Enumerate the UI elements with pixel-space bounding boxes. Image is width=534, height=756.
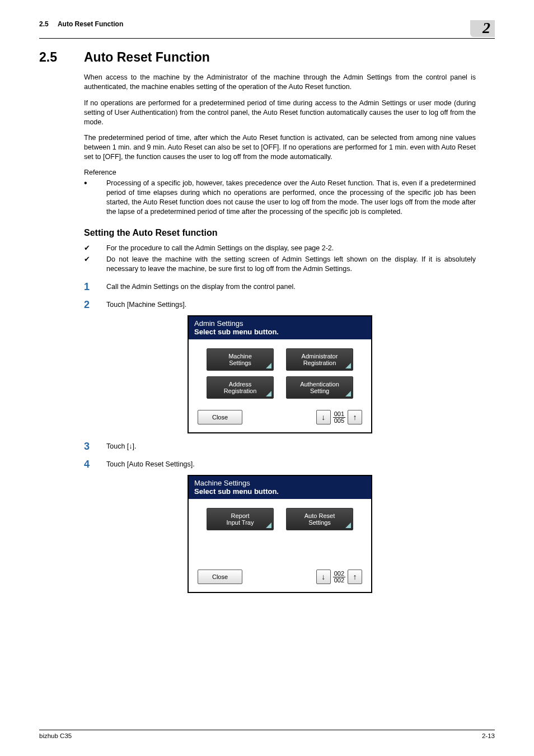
btn-line1: Address [229, 381, 251, 388]
step: 2 Touch [Machine Settings]. [84, 300, 476, 310]
step-text: Touch [Machine Settings]. [106, 300, 476, 309]
page-down-button[interactable]: ↓ [316, 570, 331, 584]
paragraph: When access to the machine by the Admini… [84, 73, 476, 92]
step-number: 3 [84, 441, 106, 451]
checklist-item: ✔ For the procedure to call the Admin Se… [84, 244, 476, 253]
screen-title: Machine Settings [194, 479, 366, 487]
pager: ↓ 001 005 ↑ [316, 410, 362, 424]
step-number: 4 [84, 459, 106, 469]
admin-settings-screen: Admin Settings Select sub menu button. M… [188, 315, 372, 433]
header-section-label: Auto Reset Function [58, 20, 123, 28]
btn-line2: Input Tray [227, 519, 254, 526]
step-number: 2 [84, 300, 106, 310]
btn-line2: Settings [229, 360, 251, 366]
footer-right: 2-13 [482, 732, 495, 739]
check-icon: ✔ [84, 255, 106, 274]
step: 3 Touch [↓]. [84, 441, 476, 451]
body-column: When access to the machine by the Admini… [84, 73, 476, 593]
menu-buttons: Report Input Tray Auto Reset Settings [192, 505, 368, 566]
menu-buttons: Machine Settings Administrator Registrat… [192, 345, 368, 407]
administrator-registration-button[interactable]: Administrator Registration [286, 348, 353, 371]
close-button[interactable]: Close [198, 570, 242, 584]
check-text: For the procedure to call the Admin Sett… [106, 244, 476, 253]
svg-marker-2 [266, 391, 271, 396]
bullet-text: Processing of a specific job, however, t… [106, 179, 476, 217]
bullet-icon: • [84, 179, 106, 217]
btn-line2: Setting [310, 388, 329, 394]
screen-body: Report Input Tray Auto Reset Settings Cl… [189, 499, 371, 592]
corner-icon [266, 363, 271, 368]
screen-header: Machine Settings Select sub menu button. [189, 476, 371, 499]
page-indicator: 001 005 [333, 411, 345, 424]
check-text: Do not leave the machine with the settin… [106, 255, 476, 274]
step-text: Touch [↓]. [106, 441, 476, 450]
corner-icon [345, 391, 351, 396]
report-input-tray-button[interactable]: Report Input Tray [207, 508, 274, 530]
machine-settings-screen: Machine Settings Select sub menu button.… [188, 475, 372, 593]
corner-icon [266, 391, 271, 396]
paragraph: If no operations are performed for a pre… [84, 99, 476, 127]
screen-footer: Close ↓ 001 005 ↑ [192, 407, 368, 429]
step-number: 1 [84, 282, 106, 292]
btn-line2: Settings [308, 519, 331, 526]
screenshot-wrap: Admin Settings Select sub menu button. M… [84, 315, 476, 433]
page-indicator: 002 002 [333, 571, 345, 584]
auto-reset-settings-button[interactable]: Auto Reset Settings [286, 508, 353, 530]
btn-line1: Administrator [302, 353, 338, 360]
reference-label: Reference [84, 169, 476, 176]
btn-line2: Registration [303, 360, 336, 366]
reference-bullet: • Processing of a specific job, however,… [84, 179, 476, 217]
corner-icon [345, 522, 351, 528]
header-section-num: 2.5 [39, 20, 49, 28]
svg-marker-0 [266, 363, 271, 368]
screen-footer: Close ↓ 002 002 ↑ [192, 566, 368, 589]
step-text: Call the Admin Settings on the display f… [106, 282, 476, 291]
checklist-item: ✔ Do not leave the machine with the sett… [84, 255, 476, 274]
btn-line1: Machine [228, 353, 252, 360]
btn-line1: Authentication [300, 381, 339, 388]
page-current: 002 [333, 571, 345, 577]
screen-subtitle: Select sub menu button. [194, 328, 366, 336]
btn-line2: Registration [224, 388, 257, 394]
running-head: 2.5 Auto Reset Function [39, 20, 123, 28]
screen-body: Machine Settings Administrator Registrat… [189, 339, 371, 432]
document-page: 2.5 Auto Reset Function 2 2.5 Auto Reset… [0, 0, 534, 756]
close-button[interactable]: Close [198, 410, 242, 424]
page-total: 005 [333, 418, 345, 424]
page-header: 2.5 Auto Reset Function 2 [39, 20, 495, 39]
svg-marker-3 [345, 391, 351, 396]
page-up-button[interactable]: ↑ [348, 570, 362, 584]
chapter-badge: 2 [470, 20, 495, 37]
address-registration-button[interactable]: Address Registration [207, 376, 274, 399]
screen-subtitle: Select sub menu button. [194, 487, 366, 496]
footer-left: bizhub C35 [39, 732, 72, 739]
section-number: 2.5 [39, 50, 84, 65]
paragraph: The predetermined period of time, after … [84, 133, 476, 162]
corner-icon [266, 522, 271, 528]
corner-icon [345, 363, 351, 368]
screen-header: Admin Settings Select sub menu button. [189, 316, 371, 339]
svg-marker-1 [345, 363, 351, 368]
svg-marker-5 [345, 522, 351, 528]
page-total: 002 [333, 577, 345, 584]
check-icon: ✔ [84, 244, 106, 253]
page-footer: bizhub C35 2-13 [39, 730, 495, 739]
svg-marker-4 [266, 522, 271, 528]
btn-line1: Auto Reset [305, 512, 335, 519]
step: 4 Touch [Auto Reset Settings]. [84, 459, 476, 469]
page-up-button[interactable]: ↑ [348, 410, 362, 424]
step-text: Touch [Auto Reset Settings]. [106, 459, 476, 468]
machine-settings-button[interactable]: Machine Settings [207, 348, 274, 371]
screenshot-wrap: Machine Settings Select sub menu button.… [84, 475, 476, 593]
page-current: 001 [333, 411, 345, 418]
section-heading: 2.5 Auto Reset Function [39, 50, 495, 65]
pager: ↓ 002 002 ↑ [316, 570, 362, 584]
page-down-button[interactable]: ↓ [316, 410, 331, 424]
btn-line1: Report [231, 512, 249, 519]
subsection-heading: Setting the Auto Reset function [84, 228, 476, 238]
authentication-setting-button[interactable]: Authentication Setting [286, 376, 353, 399]
step: 1 Call the Admin Settings on the display… [84, 282, 476, 292]
section-title: Auto Reset Function [84, 50, 210, 65]
screen-title: Admin Settings [194, 319, 366, 328]
